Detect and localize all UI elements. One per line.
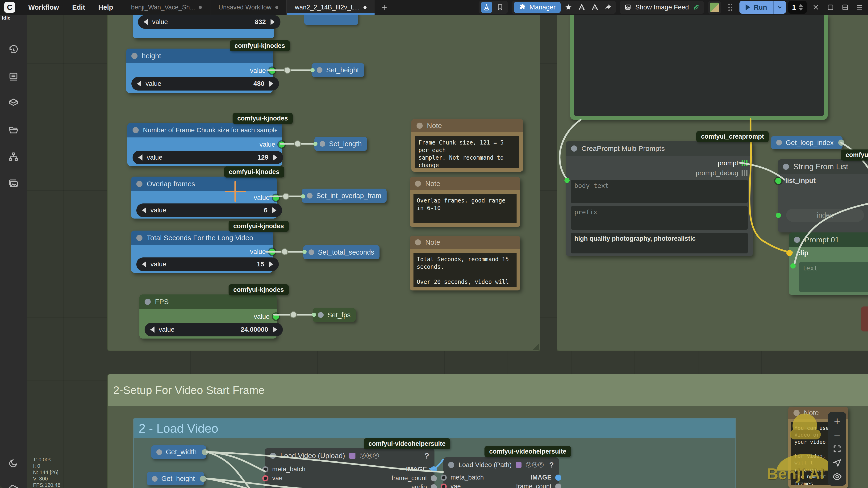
show-image-feed-button[interactable]: Show Image Feed xyxy=(620,1,704,14)
top-menu-bar[interactable]: C Workflow Edit Help benji_Wan_Vace_Sh..… xyxy=(0,0,868,14)
input-port[interactable] xyxy=(776,213,781,218)
reroute-dot[interactable] xyxy=(282,249,288,255)
crosshair-cursor xyxy=(235,181,236,202)
input-port[interactable] xyxy=(312,313,316,317)
tab-label: Unsaved Workflow xyxy=(218,4,272,11)
workflow-canvas[interactable]: 2-Setup For Video Start Frame 2 - Load V… xyxy=(0,0,868,488)
zoom-in-button[interactable]: + xyxy=(831,415,843,427)
wire[interactable] xyxy=(795,203,868,264)
input-port[interactable] xyxy=(564,178,569,183)
manager-button[interactable]: Manager xyxy=(514,2,561,13)
menu-help[interactable]: Help xyxy=(98,3,113,11)
run-control[interactable]: Run 1 xyxy=(739,1,807,14)
sidebar[interactable] xyxy=(0,14,27,488)
gallery-icon[interactable] xyxy=(8,178,19,189)
tab-label: wan2_2_14B_flf2v_L... xyxy=(295,4,360,11)
node-pack-badge: comfyui_creaprompt xyxy=(696,131,769,142)
queue-icon[interactable] xyxy=(8,71,19,82)
unsaved-dot-icon xyxy=(275,6,278,9)
reroute-dot[interactable] xyxy=(284,67,290,73)
input-port[interactable] xyxy=(313,142,317,146)
show-image-feed-label: Show Image Feed xyxy=(635,3,689,11)
hamburger-menu-icon[interactable] xyxy=(854,2,865,13)
tab-workflow-2[interactable]: Unsaved Workflow xyxy=(210,0,286,14)
wire[interactable] xyxy=(739,163,784,180)
share-icon[interactable] xyxy=(602,2,614,13)
image-feed-icon xyxy=(624,4,631,11)
model-library-icon[interactable] xyxy=(8,151,19,162)
image-thumbnail-icon[interactable] xyxy=(710,3,719,12)
wire-layer xyxy=(0,0,868,488)
drag-handle-icon[interactable] xyxy=(725,2,736,13)
pan-mode-button[interactable] xyxy=(831,457,843,469)
stat-v: V: 300 xyxy=(33,476,60,482)
wire[interactable] xyxy=(207,479,311,488)
node-pack-badge: comfyui-kjnodes xyxy=(230,40,290,52)
batch-count-value: 1 xyxy=(792,3,796,11)
reroute-dot[interactable] xyxy=(290,312,297,318)
input-port[interactable] xyxy=(302,250,307,254)
toggle-panel-icon[interactable] xyxy=(840,2,850,13)
settings-gear-icon[interactable] xyxy=(8,484,19,488)
input-port[interactable] xyxy=(790,263,796,268)
workflows-folder-icon[interactable] xyxy=(8,125,19,135)
clear-queue-icon[interactable] xyxy=(810,2,821,13)
reroute-dot[interactable] xyxy=(294,141,301,147)
node-pack-badge: comfyui-kjnodes xyxy=(228,221,289,232)
batch-count-stepper[interactable]: 1 xyxy=(788,1,807,14)
wire[interactable] xyxy=(560,120,581,180)
comfyui-logo[interactable]: C xyxy=(4,2,15,13)
tab-workflow-3-active[interactable]: wan2_2_14B_flf2v_L... xyxy=(286,0,375,14)
workflow-tabs[interactable]: benji_Wan_Vace_Sh... Unsaved Workflow wa… xyxy=(123,0,394,14)
custom-nodes-icon-1[interactable] xyxy=(576,2,587,13)
node-pack-badge: comfyui-videohelpersuite xyxy=(485,446,571,457)
stat-n: N: 144 [26] xyxy=(33,469,60,476)
zoom-out-button[interactable]: − xyxy=(831,429,843,441)
history-icon[interactable] xyxy=(8,45,19,56)
input-port[interactable] xyxy=(310,68,315,72)
toggle-visibility-button[interactable] xyxy=(831,471,843,483)
leaf-icon xyxy=(693,4,700,10)
wire[interactable] xyxy=(207,452,443,472)
unsaved-dot-icon xyxy=(364,6,367,9)
decrement-icon[interactable] xyxy=(799,8,803,10)
theme-toggle-icon[interactable] xyxy=(8,458,19,469)
star-icon[interactable] xyxy=(563,2,574,13)
node-pack-badge: comfyui-se xyxy=(841,150,868,161)
stat-i: I: 0 xyxy=(33,463,60,469)
node-pack-badge: comfyui-kjnodes xyxy=(232,113,293,124)
custom-nodes-icon-2[interactable] xyxy=(589,2,600,13)
play-icon xyxy=(746,4,750,10)
run-label: Run xyxy=(754,3,767,11)
tab-label: benji_Wan_Vace_Sh... xyxy=(131,4,195,11)
status-label: Idle xyxy=(2,15,10,21)
wire-image[interactable] xyxy=(430,460,443,469)
maximize-icon[interactable] xyxy=(825,2,836,13)
run-button[interactable]: Run xyxy=(739,1,773,14)
fit-view-button[interactable] xyxy=(831,443,843,455)
unsaved-dot-icon xyxy=(199,6,202,9)
menu-workflow[interactable]: Workflow xyxy=(28,3,59,11)
input-port[interactable] xyxy=(301,194,305,198)
node-library-icon[interactable] xyxy=(8,98,19,108)
canvas-toolbar[interactable]: + − xyxy=(828,412,846,486)
performance-stats: T: 0.00s I: 0 N: 144 [26] V: 300 FPS:120… xyxy=(33,456,60,488)
run-options-dropdown[interactable] xyxy=(773,1,786,14)
stat-fps: FPS:120.48 xyxy=(33,482,60,488)
workspace-button[interactable] xyxy=(481,2,492,13)
bookmark-icon[interactable] xyxy=(495,2,505,13)
menu-edit[interactable]: Edit xyxy=(72,3,85,11)
increment-icon[interactable] xyxy=(799,4,803,7)
manager-label: Manager xyxy=(530,3,556,11)
reroute-dot[interactable] xyxy=(283,193,289,199)
node-pack-badge: comfyui-kjnodes xyxy=(224,166,284,177)
puzzle-icon xyxy=(519,4,526,11)
node-pack-badge: comfyui-kjnodes xyxy=(228,284,289,295)
tab-workflow-1[interactable]: benji_Wan_Vace_Sh... xyxy=(123,0,210,14)
stat-time: T: 0.00s xyxy=(33,456,60,463)
new-workflow-button[interactable] xyxy=(375,0,394,14)
node-pack-badge: comfyui-videohelpersuite xyxy=(364,438,450,449)
